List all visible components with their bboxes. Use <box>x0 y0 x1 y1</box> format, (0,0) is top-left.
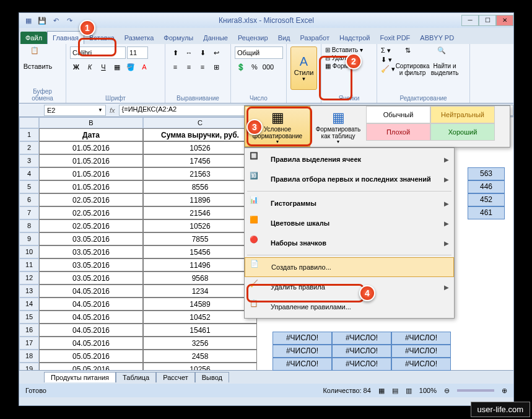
cell-date[interactable]: 04.05.2016 <box>39 324 143 337</box>
name-box[interactable]: E2▼ <box>44 105 106 116</box>
col-header-c[interactable]: C <box>143 117 257 128</box>
align-right-button[interactable]: ≡ <box>196 61 209 73</box>
cell-error[interactable]: #ЧИСЛО! <box>273 332 332 345</box>
row-header[interactable]: 3 <box>19 154 39 167</box>
row-header[interactable]: 2 <box>19 141 39 154</box>
tab-file[interactable]: Файл <box>20 32 47 44</box>
paste-button[interactable]: 📋Вставить <box>23 46 53 87</box>
row-header[interactable]: 12 <box>19 271 39 284</box>
zoom-out-button[interactable]: ⊖ <box>444 387 450 395</box>
row-header[interactable]: 9 <box>19 232 39 245</box>
undo-icon[interactable]: ↶ <box>50 15 61 26</box>
zoom-level[interactable]: 100% <box>419 387 437 394</box>
cell-date[interactable]: 02.05.2016 <box>39 193 143 206</box>
cell-date[interactable]: 04.05.2016 <box>39 298 143 311</box>
cell-date[interactable]: 04.05.2016 <box>39 284 143 298</box>
header-date[interactable]: Дата <box>39 128 143 141</box>
number-format-combo[interactable]: Общий <box>235 46 283 59</box>
cell-revenue[interactable]: 2458 <box>143 350 257 363</box>
cell-revenue[interactable]: 21546 <box>143 206 257 219</box>
cell-error[interactable]: #ЧИСЛО! <box>391 345 451 358</box>
font-color-button[interactable]: A <box>138 61 150 73</box>
cell-error[interactable]: #ЧИСЛО! <box>332 332 391 345</box>
style-normal[interactable]: Обычный <box>366 106 430 123</box>
fill-color-button[interactable]: 🪣 <box>124 61 137 73</box>
font-size-combo[interactable]: 11 <box>127 46 148 59</box>
cell-error[interactable]: #ЧИСЛО! <box>332 358 391 371</box>
cell-revenue[interactable]: 14589 <box>143 298 257 311</box>
maximize-button[interactable]: ☐ <box>479 15 496 26</box>
minimize-button[interactable]: ─ <box>461 15 479 26</box>
cell-date[interactable]: 04.05.2016 <box>39 337 143 350</box>
align-left-button[interactable]: ≡ <box>169 61 181 73</box>
border-button[interactable]: ▦ <box>111 61 123 73</box>
cell-date[interactable]: 03.05.2016 <box>39 232 143 245</box>
tab-dev[interactable]: Разработ <box>295 32 334 44</box>
cell-date[interactable]: 01.05.2016 <box>39 154 143 167</box>
comma-button[interactable]: 000 <box>262 61 274 73</box>
wrap-button[interactable]: ↩ <box>210 46 222 59</box>
tab-foxit[interactable]: Foxit PDF <box>375 32 415 44</box>
cell-error[interactable]: #ЧИСЛО! <box>332 345 391 358</box>
cell-revenue[interactable]: 15461 <box>143 324 257 337</box>
row-header[interactable]: 8 <box>19 219 39 232</box>
row-header[interactable]: 13 <box>19 284 39 298</box>
cell-revenue[interactable]: 15456 <box>143 245 257 258</box>
cell-revenue[interactable]: 17456 <box>143 154 257 167</box>
tab-data[interactable]: Данные <box>198 32 233 44</box>
style-good[interactable]: Хороший <box>430 123 495 141</box>
cell-error[interactable]: #ЧИСЛО! <box>273 345 332 358</box>
cell-date[interactable]: 05.05.2016 <box>39 363 143 370</box>
cf-highlight-cells[interactable]: 🔲Правила выделения ячеек▶ <box>245 149 454 169</box>
view-layout-icon[interactable]: ▤ <box>392 387 398 395</box>
cell-revenue[interactable]: 10256 <box>143 363 257 370</box>
font-name-combo[interactable]: Calibri <box>70 46 126 59</box>
cell-date[interactable]: 02.05.2016 <box>39 219 143 232</box>
cell-revenue[interactable]: 9568 <box>143 271 257 284</box>
sort-filter-button[interactable]: ⇅Сортировка и фильтр <box>398 46 427 87</box>
row-header[interactable]: 19 <box>19 363 39 370</box>
autosum-button[interactable]: Σ ▾ <box>381 46 395 55</box>
cell-revenue[interactable]: 10526 <box>143 141 257 154</box>
cell-revenue[interactable]: 11896 <box>143 193 257 206</box>
tab-review[interactable]: Рецензир <box>233 32 273 44</box>
save-icon[interactable]: 💾 <box>37 15 48 26</box>
sheet-tab-products[interactable]: Продукты питания <box>44 372 116 382</box>
row-header[interactable]: 6 <box>19 193 39 206</box>
row-header[interactable]: 18 <box>19 350 39 363</box>
cell-date[interactable]: 01.05.2016 <box>39 167 143 180</box>
currency-button[interactable]: 💲 <box>235 61 247 73</box>
row-header[interactable]: 5 <box>19 180 39 193</box>
format-as-table-button[interactable]: ▦ Форматировать как таблицу▼ <box>310 106 366 147</box>
header-revenue[interactable]: Сумма выручки, руб. <box>143 128 257 141</box>
zoom-in-button[interactable]: ⊕ <box>502 387 507 395</box>
view-normal-icon[interactable]: ▦ <box>378 387 385 395</box>
percent-button[interactable]: % <box>248 61 261 73</box>
cell-revenue[interactable]: 3256 <box>143 337 257 350</box>
row-header[interactable]: 1 <box>19 128 39 141</box>
view-pagebreak-icon[interactable]: ▥ <box>406 387 412 395</box>
row-header[interactable]: 4 <box>19 167 39 180</box>
styles-button[interactable]: AСтили▼ <box>290 46 317 90</box>
cell-date[interactable]: 02.05.2016 <box>39 206 143 219</box>
cell-error[interactable]: #ЧИСЛО! <box>391 358 451 371</box>
cf-clear-rules[interactable]: 🧹Удалить правила▶ <box>245 277 454 297</box>
fx-icon[interactable]: fx <box>110 107 115 114</box>
style-neutral[interactable]: Нейтральный <box>430 106 495 123</box>
cell-revenue[interactable]: 1234 <box>143 284 257 298</box>
tab-layout[interactable]: Разметка <box>120 32 159 44</box>
cf-color-scales[interactable]: 🟧Цветовые шкалы▶ <box>245 213 454 233</box>
row-header[interactable]: 7 <box>19 206 39 219</box>
cf-new-rule[interactable]: 📄Создать правило... <box>245 257 454 277</box>
align-top-button[interactable]: ⬆ <box>169 46 181 59</box>
cf-top-bottom[interactable]: 🔟Правила отбора первых и последних значе… <box>245 169 454 189</box>
tab-view[interactable]: Вид <box>273 32 295 44</box>
bold-button[interactable]: Ж <box>70 61 82 73</box>
tab-home[interactable]: Главная <box>47 31 84 44</box>
cell-date[interactable]: 05.05.2016 <box>39 350 143 363</box>
cell-revenue[interactable]: 8556 <box>143 180 257 193</box>
zoom-slider[interactable] <box>457 389 494 392</box>
col-header-b[interactable]: B <box>39 117 143 128</box>
row-header[interactable]: 10 <box>19 245 39 258</box>
fill-button[interactable]: ⬇ ▾ <box>381 56 395 64</box>
